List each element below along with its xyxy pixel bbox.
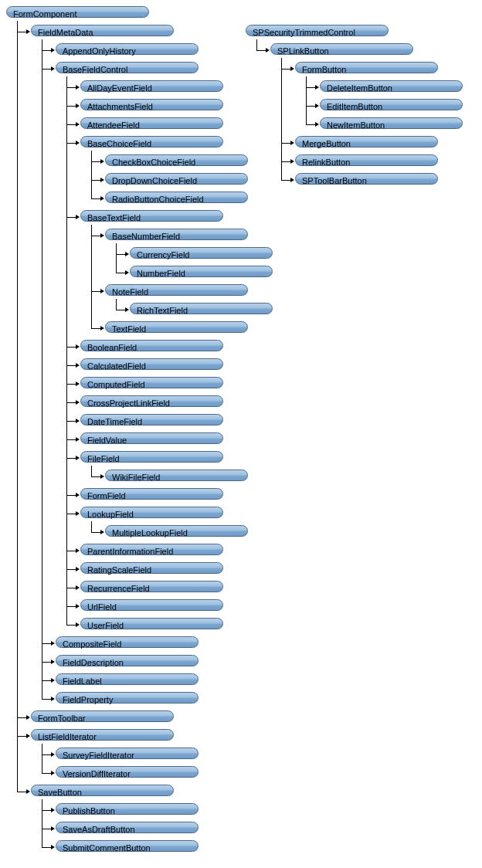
class-node: BaseTextField: [80, 210, 223, 222]
class-node: RichTextField: [130, 303, 273, 314]
connector-line: [91, 466, 92, 476]
class-node: BooleanField: [80, 340, 223, 351]
arrow-icon: [51, 771, 55, 775]
connector-line: [42, 39, 42, 699]
connector-line: [306, 76, 307, 124]
class-node: CurrencyField: [130, 247, 273, 259]
arrow-icon: [125, 307, 129, 312]
class-node: NoteField: [105, 284, 248, 296]
connector-line: [42, 799, 42, 847]
class-node: FormField: [80, 488, 223, 500]
class-node: VersionDiffIterator: [56, 766, 199, 778]
arrow-icon: [76, 456, 80, 460]
arrow-icon: [125, 270, 129, 275]
class-node: DeleteItemButton: [320, 80, 463, 92]
arrow-icon: [76, 215, 80, 219]
connector-line: [17, 21, 18, 792]
class-node: UrlField: [80, 599, 223, 611]
class-node: AttendeeField: [80, 117, 223, 129]
arrow-icon: [51, 808, 55, 812]
arrow-icon: [76, 511, 80, 516]
arrow-icon: [315, 103, 319, 108]
arrow-icon: [51, 641, 55, 646]
arrow-icon: [100, 178, 104, 182]
class-node: ParentInformationField: [80, 544, 223, 555]
class-node: PublishButton: [56, 803, 199, 815]
arrow-icon: [76, 419, 80, 423]
class-node: FieldProperty: [56, 692, 199, 704]
class-node: DropDownChoiceField: [105, 173, 248, 185]
arrow-icon: [290, 178, 294, 182]
connector-line: [91, 151, 92, 198]
class-node: SPToolBarButton: [295, 173, 438, 185]
class-node: RatingScaleField: [80, 562, 223, 574]
connector-line: [116, 243, 117, 273]
arrow-icon: [100, 474, 104, 479]
class-node: FieldLabel: [56, 673, 199, 685]
connector-line: [42, 744, 42, 773]
connector-line: [91, 521, 92, 532]
arrow-icon: [51, 752, 55, 757]
arrow-icon: [76, 585, 80, 590]
arrow-icon: [100, 159, 104, 164]
arrow-icon: [76, 604, 80, 609]
class-node: FieldValue: [80, 432, 223, 444]
arrow-icon: [51, 66, 55, 71]
arrow-icon: [51, 678, 55, 683]
arrow-icon: [76, 381, 80, 386]
arrow-icon: [100, 326, 104, 331]
class-node: AllDayEventField: [80, 80, 223, 92]
connector-line: [66, 76, 67, 625]
class-node: RelinkButton: [295, 154, 438, 166]
arrow-icon: [26, 29, 30, 34]
class-node: SPSecurityTrimmedControl: [246, 25, 389, 36]
class-node: NumberField: [130, 266, 273, 277]
class-node: BaseFieldControl: [56, 62, 199, 73]
arrow-icon: [51, 845, 55, 849]
arrow-icon: [290, 66, 294, 71]
arrow-icon: [290, 159, 294, 164]
arrow-icon: [51, 48, 55, 53]
connector-line: [256, 39, 257, 50]
class-node: NewItemButton: [320, 117, 463, 129]
arrow-icon: [76, 141, 80, 145]
class-node: CrossProjectLinkField: [80, 395, 223, 407]
class-node: MergeButton: [295, 136, 438, 147]
class-node: SaveButton: [31, 785, 174, 796]
class-node: SaveAsDraftButton: [56, 822, 199, 833]
arrow-icon: [76, 103, 80, 108]
class-node: FormComponent: [6, 6, 149, 18]
arrow-icon: [100, 289, 104, 293]
class-node: FieldDescription: [56, 655, 199, 666]
class-node: CompositeField: [56, 636, 199, 648]
arrow-icon: [51, 659, 55, 664]
arrow-icon: [100, 196, 104, 201]
arrow-icon: [76, 400, 80, 405]
connector-line: [91, 225, 92, 328]
arrow-icon: [26, 715, 30, 720]
class-node: SPLinkButton: [270, 43, 413, 55]
arrow-icon: [76, 622, 80, 627]
arrow-icon: [51, 826, 55, 831]
class-node: EditItemButton: [320, 99, 463, 110]
arrow-icon: [315, 122, 319, 127]
arrow-icon: [76, 85, 80, 90]
arrow-icon: [100, 530, 104, 534]
connector-line: [116, 299, 117, 310]
class-node: UserField: [80, 618, 223, 629]
connector-line: [281, 58, 282, 180]
arrow-icon: [290, 141, 294, 145]
class-node: RecurrenceField: [80, 581, 223, 592]
class-node: ComputedField: [80, 377, 223, 388]
class-node: MultipleLookupField: [105, 525, 248, 537]
arrow-icon: [266, 48, 270, 53]
arrow-icon: [51, 697, 55, 701]
class-node: SurveyFieldIterator: [56, 748, 199, 759]
class-node: ListFieldIterator: [31, 729, 174, 741]
class-node: LookupField: [80, 507, 223, 518]
class-node: DateTimeField: [80, 414, 223, 426]
arrow-icon: [76, 437, 80, 442]
class-node: AppendOnlyHistory: [56, 43, 199, 55]
class-node: FileField: [80, 451, 223, 463]
class-node: SubmitCommentButton: [56, 840, 199, 852]
